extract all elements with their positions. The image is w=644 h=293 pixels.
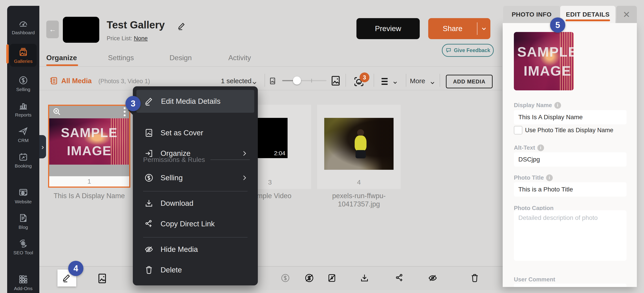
chevron-right-icon — [241, 174, 248, 182]
pencil-icon — [144, 96, 154, 106]
video-duration-badge: 2:04 — [274, 150, 285, 157]
preview-button[interactable]: Preview — [356, 18, 420, 39]
display-name-field[interactable] — [514, 110, 626, 124]
download-tool-icon[interactable] — [359, 273, 370, 283]
chevron-down-icon[interactable] — [251, 80, 258, 86]
menu-item-selling[interactable]: Selling — [136, 168, 254, 188]
price-list-value-link[interactable]: None — [134, 35, 148, 42]
tab-settings[interactable]: Settings — [108, 54, 134, 62]
menu-section-permissions: Permissions & Rules — [143, 155, 250, 164]
sidebar-item-selling[interactable]: Selling — [10, 75, 37, 92]
tab-organize[interactable]: Organize — [46, 54, 77, 62]
share-dropdown-caret[interactable] — [478, 25, 490, 32]
menu-item-label: Edit Media Details — [161, 97, 220, 106]
grid-plus-icon — [18, 274, 28, 284]
sidebar-item-website[interactable]: Website — [10, 188, 37, 204]
menu-item-hide-media[interactable]: Hide Media — [136, 239, 254, 260]
face-count-badge: 3 — [360, 72, 370, 82]
toolbar-divider — [346, 74, 346, 87]
menu-item-edit-media-details[interactable]: Edit Media Details — [136, 90, 254, 113]
page-title: Test Gallery — [107, 19, 165, 31]
toolbar-divider — [374, 74, 374, 87]
menu-item-label: Selling — [160, 174, 183, 182]
sidebar-item-label: Booking — [15, 163, 32, 169]
close-icon[interactable]: ✕ — [616, 6, 637, 23]
kebab-menu-icon[interactable] — [124, 107, 126, 116]
pencil-icon — [62, 273, 72, 283]
set-cover-tool-icon[interactable] — [97, 273, 107, 284]
chevron-down-icon[interactable] — [392, 80, 398, 86]
alt-text-field[interactable] — [514, 152, 626, 167]
sidebar-item-dashboard[interactable]: Dashboard — [10, 18, 37, 35]
info-icon[interactable]: i — [537, 144, 544, 151]
tab-activity[interactable]: Activity — [228, 54, 251, 62]
sidebar-item-seo-tool[interactable]: SEO Tool — [10, 238, 37, 256]
card-number: 4 — [317, 178, 401, 186]
active-tab-underline — [46, 64, 78, 66]
menu-item-label: Copy Direct Link — [160, 220, 215, 228]
sort-hamburger-icon[interactable] — [380, 76, 391, 86]
sidebar-item-galleries[interactable]: Galleries — [10, 44, 37, 67]
tab-design[interactable]: Design — [170, 54, 192, 62]
disable-download-tool-icon[interactable] — [327, 273, 337, 283]
menu-item-delete[interactable]: Delete — [136, 260, 254, 280]
give-feedback-button[interactable]: Give Feedback — [442, 44, 494, 57]
back-button[interactable]: ← — [46, 20, 59, 38]
runner-figure — [355, 136, 366, 151]
sidebar-item-booking[interactable]: Booking — [10, 152, 37, 169]
toolbar-divider — [440, 74, 440, 87]
info-icon[interactable]: i — [554, 102, 561, 109]
disable-selling-tool-icon[interactable] — [304, 273, 314, 283]
share-button[interactable]: Share — [428, 18, 490, 39]
all-media-label[interactable]: All Media — [61, 77, 92, 85]
step-badge-5: 5 — [550, 18, 565, 33]
sidebar-item-label: CRM — [18, 138, 28, 143]
sidebar-item-blog[interactable]: Blog — [10, 213, 37, 230]
menu-item-set-as-cover[interactable]: Set as Cover — [136, 122, 254, 143]
sample-overlay-text: IMAGE — [67, 143, 112, 158]
sidebar-item-crm[interactable]: CRM — [10, 126, 37, 143]
selected-count-dropdown[interactable]: 1 selected — [221, 77, 252, 85]
display-name-label: Display Name i — [514, 102, 561, 109]
delete-tool-icon[interactable] — [470, 273, 480, 283]
card-hover-strip — [49, 106, 129, 118]
all-media-list-icon — [48, 76, 58, 86]
media-caption: 10417357.jpg — [317, 200, 401, 208]
bottom-action-bar — [39, 266, 503, 290]
info-icon[interactable]: i — [546, 174, 553, 181]
menu-item-download[interactable]: Download — [136, 193, 254, 214]
more-dropdown[interactable]: More — [410, 77, 425, 85]
media-card-photo[interactable]: 4 — [317, 105, 401, 189]
app-root: Dashboard Galleries Selling Reports CRM … — [0, 0, 644, 293]
sidebar-item-add-ons[interactable]: Add-Ons — [10, 274, 37, 291]
alt-text-label-text: Alt-Text — [514, 144, 535, 151]
menu-divider — [143, 191, 248, 192]
hide-media-tool-icon[interactable] — [428, 273, 438, 283]
menu-item-copy-direct-link[interactable]: Copy Direct Link — [136, 214, 254, 234]
zoom-in-icon[interactable] — [52, 107, 62, 116]
thumbnail-size-slider-knob[interactable] — [293, 76, 301, 84]
use-photo-title-checkbox[interactable] — [514, 126, 522, 134]
active-indicator-bar — [6, 44, 9, 64]
sidebar-expander-handle[interactable]: › — [39, 135, 46, 158]
chevron-down-icon[interactable] — [429, 80, 436, 86]
photo-title-label-text: Photo Title — [514, 174, 544, 181]
sidebar-item-reports[interactable]: Reports — [10, 101, 37, 118]
user-comment-field[interactable] — [514, 284, 626, 287]
sidebar-item-label: Selling — [16, 87, 30, 92]
runners-photo-thumbnail — [324, 118, 394, 170]
menu-item-label: Download — [160, 199, 194, 208]
copy-link-tool-icon[interactable] — [394, 273, 405, 283]
photo-title-field[interactable] — [514, 182, 626, 196]
tab-edit-details[interactable]: EDIT DETAILS — [560, 6, 616, 23]
photo-caption-field[interactable] — [514, 210, 626, 261]
edit-title-pencil-icon[interactable] — [177, 22, 186, 31]
sample-overlay-text: SAMPLE — [517, 44, 574, 60]
menu-item-label: Delete — [160, 266, 182, 274]
media-card-selected[interactable]: SAMPLE IMAGE 1 — [48, 105, 130, 188]
add-media-button[interactable]: ADD MEDIA — [446, 75, 492, 88]
download-icon — [144, 198, 154, 208]
sidebar-item-label: Blog — [18, 224, 28, 230]
thumbnail-size-slider-tick — [311, 79, 312, 82]
seo-magnifier-icon — [18, 238, 28, 249]
